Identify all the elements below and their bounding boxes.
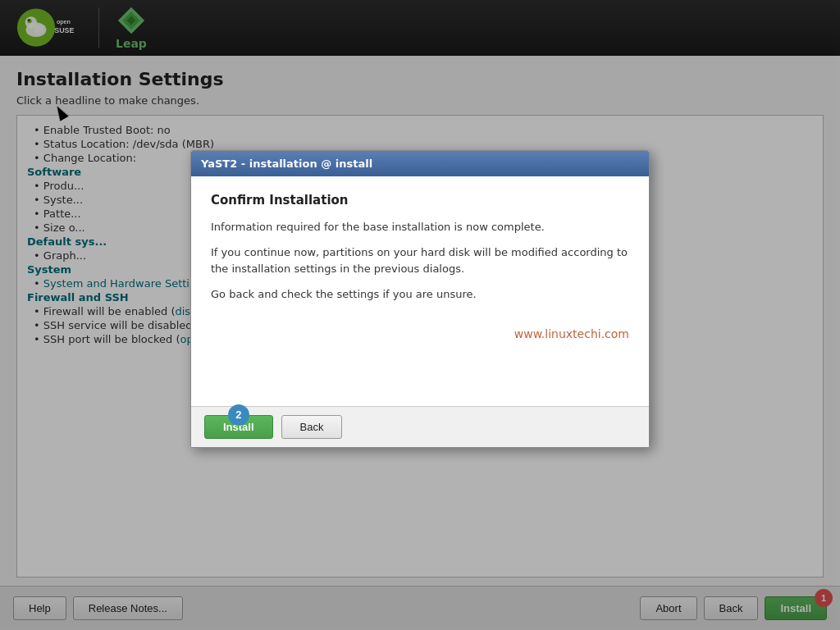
modal-title: Confirm Installation <box>211 193 629 208</box>
modal-footer: Install 2 Back <box>191 406 649 447</box>
modal-install-button[interactable]: Install 2 <box>204 415 273 439</box>
modal-overlay: YaST2 - installation @ install Confirm I… <box>0 0 840 630</box>
modal-paragraph-2: If you continue now, partitions on your … <box>211 244 629 276</box>
confirm-modal: YaST2 - installation @ install Confirm I… <box>190 150 650 448</box>
watermark: www.linuxtechi.com <box>211 327 629 340</box>
modal-install-badge: 2 <box>228 404 249 426</box>
modal-back-button[interactable]: Back <box>281 415 343 439</box>
modal-titlebar: YaST2 - installation @ install <box>191 151 649 176</box>
modal-paragraph-1: Information required for the base instal… <box>211 219 629 235</box>
modal-body: Confirm Installation Information require… <box>191 176 649 406</box>
modal-paragraph-3: Go back and check the settings if you ar… <box>211 286 629 303</box>
